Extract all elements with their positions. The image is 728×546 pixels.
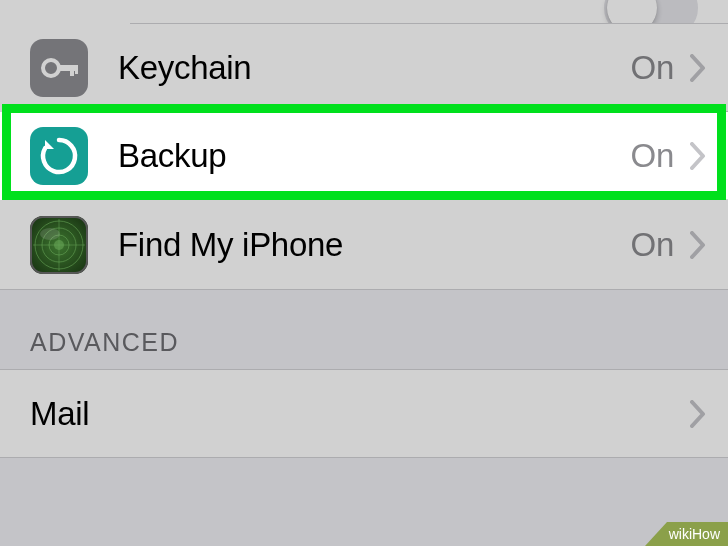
- section-header-advanced: ADVANCED: [30, 328, 179, 357]
- backup-icon: [30, 127, 88, 185]
- chevron-right-icon: [690, 231, 706, 259]
- find-my-iphone-icon: [30, 216, 88, 274]
- backup-label: Backup: [118, 137, 631, 175]
- chevron-right-icon: [690, 142, 706, 170]
- watermark-triangle: [645, 522, 667, 546]
- chevron-right-icon: [690, 54, 706, 82]
- settings-list: Keychain On Backup On: [0, 0, 728, 546]
- row-backup[interactable]: Backup On: [0, 112, 728, 200]
- keychain-icon: [30, 39, 88, 97]
- findmy-label: Find My iPhone: [118, 226, 631, 264]
- mail-label: Mail: [30, 395, 690, 433]
- svg-rect-3: [75, 65, 78, 74]
- watermark: wikiHow: [645, 522, 728, 546]
- row-keychain[interactable]: Keychain On: [0, 24, 728, 112]
- row-findmy[interactable]: Find My iPhone On: [0, 200, 728, 290]
- keychain-label: Keychain: [118, 49, 631, 87]
- divider: [130, 199, 728, 200]
- backup-status: On: [631, 137, 674, 175]
- section-advanced: ADVANCED: [0, 290, 728, 370]
- svg-point-10: [40, 228, 60, 240]
- chevron-right-icon: [690, 400, 706, 428]
- partial-row-top: [0, 0, 728, 24]
- row-mail[interactable]: Mail: [0, 370, 728, 458]
- keychain-status: On: [631, 49, 674, 87]
- findmy-status: On: [631, 226, 674, 264]
- watermark-text: wikiHow: [667, 522, 728, 546]
- svg-rect-2: [70, 65, 74, 76]
- svg-point-0: [43, 60, 59, 76]
